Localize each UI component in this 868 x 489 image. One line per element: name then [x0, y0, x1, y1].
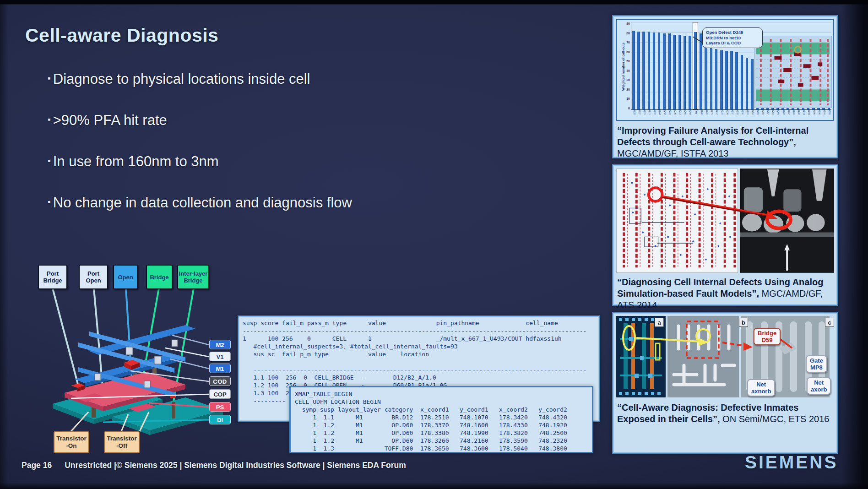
defect-arrow-overlay — [616, 168, 836, 273]
callout-open: Open — [113, 265, 138, 289]
cell-3d-diagram: Port Bridge Port Open Open Bridge Inter-… — [34, 261, 232, 457]
footer: Page 16 Unrestricted |© Siemens 2025 | S… — [22, 461, 406, 470]
footer-text: Unrestricted |© Siemens 2025 | Siemens D… — [65, 461, 406, 470]
cell-arrows-overlay — [616, 316, 836, 397]
bullet-text: In use from 160nm to 3nm — [53, 153, 219, 169]
bullet-list: ▪Diagnose to physical locations inside c… — [48, 70, 352, 212]
layer-label-v1: V1 — [209, 352, 231, 361]
layer-label-di: DI — [209, 415, 231, 424]
layer-label-m1: M1 — [209, 364, 231, 373]
callout-port-bridge: Port Bridge — [38, 265, 67, 289]
callout-bridge-d59: Bridge D59 — [754, 328, 781, 345]
bullet-item: ▪>90% PFA hit rate — [48, 111, 352, 129]
slide: Cell-aware Diagnosis ▪Diagnose to physic… — [0, 0, 868, 489]
bullet-item: ▪Diagnose to physical locations inside c… — [48, 70, 352, 88]
callout-bridge: Bridge — [146, 265, 173, 289]
sub-image-label-c: c — [825, 318, 834, 327]
caption-source: MGC/AMD/GF, ISTFA 2013 — [617, 148, 728, 158]
layer-label-ps: PS — [209, 402, 231, 412]
panel-ats-2014: “Diagnosing Cell Internal Defects Using … — [612, 164, 838, 306]
callout-net-axorb: Net axorb — [807, 377, 831, 395]
bullet-text: No change in data collection and diagnos… — [53, 195, 352, 211]
bullet-item: ▪In use from 160nm to 3nm — [48, 152, 352, 170]
bullet-text: >90% PFA hit rate — [53, 112, 167, 128]
bullet-square-icon: ▪ — [48, 73, 51, 83]
callout-interlayer-bridge: Inter-layer Bridge — [177, 265, 209, 289]
panel-istfa-2013: Weighted number of call-outs 90807060504… — [612, 15, 838, 158]
label-transistor-on: Transistor -On — [54, 431, 89, 453]
caption-quote: “Improving Failure Analysis for Cell-int… — [617, 125, 808, 147]
sub-image-label-b: b — [739, 318, 748, 327]
chart-annotation: Open Defect D249 M3:DRN to net10 Layers … — [702, 27, 763, 48]
layer-label-cod: COD — [209, 376, 231, 386]
caption-ats-2014: “Diagnosing Cell Internal Defects Using … — [617, 277, 834, 311]
callout-net-axnorb: Net axnorb — [747, 379, 775, 397]
cell-images-row: a b c Bridge D59 Gate MP8 Net axnorb Net… — [616, 316, 834, 397]
cell-3d-structure-graphic — [34, 261, 232, 457]
layer-label-cop: COP — [209, 389, 231, 399]
label-transistor-off: Transistor -Off — [104, 431, 140, 453]
cell-layout-inset-image — [754, 36, 832, 108]
bullet-square-icon: ▪ — [48, 114, 51, 124]
panel-ets-2016: a b c Bridge D59 Gate MP8 Net axnorb Net… — [612, 312, 838, 454]
callout-gate-mp8: Gate MP8 — [806, 355, 827, 373]
siemens-logo: SIEMENS — [745, 452, 838, 473]
xmap-table-text: XMAP_TABLE_BEGIN CELL_UDFM_LOCATION_BEGI… — [291, 387, 592, 455]
bullet-item: ▪No change in data collection and diagno… — [48, 193, 352, 212]
caption-ets-2016: “Cell-Aware Diagnosis: Defective Inmates… — [617, 402, 834, 425]
caption-source: ON Semi/MGC, ETS 2016 — [722, 414, 829, 424]
page-title: Cell-aware Diagnosis — [25, 25, 218, 46]
xmap-table-window: XMAP_TABLE_BEGIN CELL_UDFM_LOCATION_BEGI… — [289, 386, 593, 453]
bar-chart: Weighted number of call-outs 90807060504… — [616, 19, 834, 121]
caption-istfa-2013: “Improving Failure Analysis for Cell-int… — [617, 125, 834, 159]
page-number: Page 16 — [22, 461, 52, 470]
bullet-square-icon: ▪ — [48, 156, 51, 165]
callout-port-open: Port Open — [79, 265, 108, 289]
bullet-text: Diagnose to physical locations inside ce… — [53, 71, 310, 87]
bullet-square-icon: ▪ — [48, 197, 51, 206]
layer-label-m2: M2 — [209, 340, 231, 349]
defect-images-row — [616, 168, 834, 273]
sub-image-label-a: a — [655, 318, 664, 327]
